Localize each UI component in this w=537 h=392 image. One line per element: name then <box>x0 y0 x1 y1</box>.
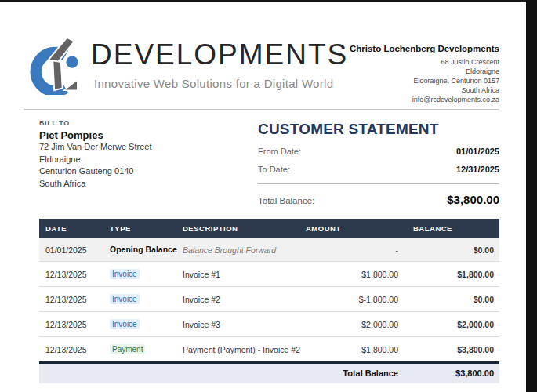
cell-date: 01/01/2025 <box>39 238 110 262</box>
column-header-type: TYPE <box>110 219 180 238</box>
table-total-value: $3,800.00 <box>400 363 499 383</box>
bill-to-address-line: South Africa <box>39 178 151 191</box>
table-total-row: Total Balance $3,800.00 <box>39 363 499 383</box>
cell-amount: $-1,800.00 <box>306 287 400 312</box>
page-right-border <box>526 0 537 392</box>
brand-name: DEVELOPMENTS <box>91 40 348 69</box>
document-content: DEVELOPMENTS Innovative Web Solutions fo… <box>0 2 526 392</box>
cell-type: Invoice <box>110 262 180 287</box>
statement-divider <box>258 183 499 184</box>
bill-to-address-line: Eldoraigne <box>39 154 151 166</box>
cell-date: 12/13/2025 <box>39 337 110 363</box>
payment-type-link[interactable]: Payment <box>110 344 145 354</box>
to-date-label: To Date: <box>258 165 290 174</box>
bill-to-address-line: Centurion Gauteng 0140 <box>39 165 151 178</box>
brand-logo-icon <box>28 34 88 95</box>
to-date-value: 12/31/2025 <box>456 165 499 174</box>
cell-description: Balance Brought Forward <box>180 238 306 262</box>
statement-table-footer: Total Balance $3,800.00 <box>39 363 499 383</box>
statement-table: DATE TYPE DESCRIPTION AMOUNT BALANCE 01/… <box>39 219 499 383</box>
table-row: 12/13/2025 Invoice Invoice #3 $2,000.00 … <box>39 312 499 337</box>
column-header-date: DATE <box>39 219 110 238</box>
table-row: 12/13/2025 Invoice Invoice #2 $-1,800.00… <box>39 287 499 312</box>
cell-amount: $2,000.00 <box>306 312 400 337</box>
cell-balance: $0.00 <box>400 287 499 312</box>
invoice-type-link[interactable]: Invoice <box>110 269 140 279</box>
table-total-label: Total Balance <box>306 363 400 383</box>
cell-amount: $1,800.00 <box>306 337 400 363</box>
bill-to-label: BILL TO <box>39 119 151 127</box>
statement-table-body: 01/01/2025 Opening Balance Balance Broug… <box>39 238 499 363</box>
total-row-spacer <box>39 363 306 383</box>
statement-summary: CUSTOMER STATEMENT From Date: 01/01/2025… <box>258 119 499 206</box>
company-address-line: Eldoraigne <box>350 67 499 76</box>
cell-balance: $2,000.00 <box>400 312 499 337</box>
invoice-type-link[interactable]: Invoice <box>110 294 140 304</box>
company-address-line: South Africa <box>350 85 499 95</box>
cell-description: Payment (Payment) - Invoice #2 <box>180 337 306 363</box>
cell-description: Invoice #1 <box>180 262 306 287</box>
cell-description: Invoice #3 <box>180 312 306 337</box>
cell-date: 12/13/2025 <box>39 287 110 312</box>
info-row: BILL TO Piet Pompies 72 Jim Van Der Merw… <box>24 119 499 206</box>
company-email: info@rcdevelopments.co.za <box>350 95 499 104</box>
cell-date: 12/13/2025 <box>39 262 110 287</box>
cell-type: Payment <box>110 337 180 363</box>
table-row: 12/13/2025 Payment Payment (Payment) - I… <box>39 337 499 363</box>
cell-balance: $1,800.00 <box>400 262 499 287</box>
from-date-value: 01/01/2025 <box>456 147 499 156</box>
cell-amount: $1,800.00 <box>306 262 400 287</box>
total-balance-row: Total Balance: $3,800.00 <box>258 193 499 206</box>
column-header-description: DESCRIPTION <box>180 219 306 238</box>
cell-date: 12/13/2025 <box>39 312 110 337</box>
cell-balance: $3,800.00 <box>400 337 499 363</box>
table-row: 01/01/2025 Opening Balance Balance Broug… <box>39 238 499 262</box>
cell-type: Invoice <box>110 287 180 312</box>
cell-amount: - <box>306 238 400 262</box>
document-header: DEVELOPMENTS Innovative Web Solutions fo… <box>24 34 499 104</box>
table-row: 12/13/2025 Invoice Invoice #1 $1,800.00 … <box>39 262 499 287</box>
column-header-balance: BALANCE <box>400 219 499 238</box>
brand-block: DEVELOPMENTS Innovative Web Solutions fo… <box>28 34 348 95</box>
statement-page: DEVELOPMENTS Innovative Web Solutions fo… <box>0 0 537 392</box>
bill-to-address-line: 72 Jim Van Der Merwe Street <box>39 141 151 154</box>
type-badge: Opening Balance <box>110 245 177 255</box>
statement-title: CUSTOMER STATEMENT <box>258 121 499 138</box>
company-block: Christo Lochenberg Developments 68 Justi… <box>350 34 499 104</box>
cell-balance: $0.00 <box>400 238 499 262</box>
header-divider <box>24 109 499 110</box>
company-address-line: 68 Justin Crescent <box>350 57 499 67</box>
cell-type: Invoice <box>110 312 180 337</box>
total-balance-value: $3,800.00 <box>447 193 499 206</box>
invoice-type-link[interactable]: Invoice <box>110 319 140 329</box>
bill-to-block: BILL TO Piet Pompies 72 Jim Van Der Merw… <box>39 119 151 206</box>
from-date-label: From Date: <box>258 147 301 156</box>
to-date-row: To Date: 12/31/2025 <box>258 165 499 174</box>
brand-text: DEVELOPMENTS Innovative Web Solutions fo… <box>91 34 348 90</box>
from-date-row: From Date: 01/01/2025 <box>258 147 499 156</box>
company-name: Christo Lochenberg Developments <box>350 44 499 53</box>
company-address-line: Eldoraigne, Centurion 0157 <box>350 76 499 85</box>
bill-to-name: Piet Pompies <box>39 129 151 141</box>
total-balance-label: Total Balance: <box>258 196 314 205</box>
cell-description: Invoice #2 <box>180 287 306 312</box>
brand-tagline: Innovative Web Solutions for a Digital W… <box>94 77 348 90</box>
statement-table-header: DATE TYPE DESCRIPTION AMOUNT BALANCE <box>39 219 499 238</box>
cell-type: Opening Balance <box>110 238 180 262</box>
column-header-amount: AMOUNT <box>306 219 400 238</box>
